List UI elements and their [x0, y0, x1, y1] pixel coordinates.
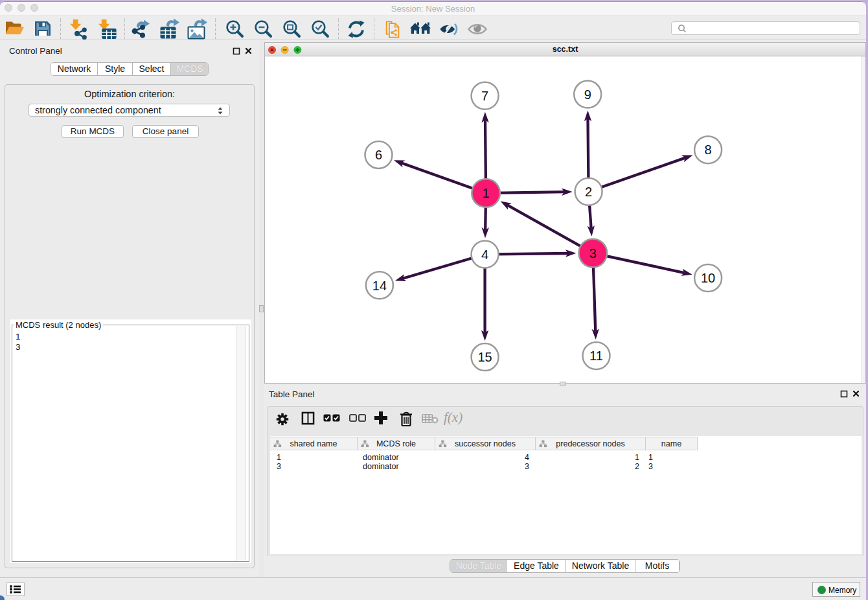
svg-text:4: 4: [481, 248, 488, 262]
svg-text:6: 6: [375, 148, 382, 162]
svg-text:11: 11: [589, 349, 603, 363]
svg-text:15: 15: [477, 350, 492, 364]
svg-text:2: 2: [585, 185, 592, 199]
svg-text:9: 9: [584, 87, 591, 102]
svg-text:1: 1: [483, 186, 490, 200]
svg-text:14: 14: [372, 279, 387, 293]
svg-text:7: 7: [481, 89, 488, 103]
svg-text:8: 8: [705, 143, 712, 157]
svg-text:10: 10: [701, 271, 715, 285]
svg-text:3: 3: [589, 246, 597, 260]
